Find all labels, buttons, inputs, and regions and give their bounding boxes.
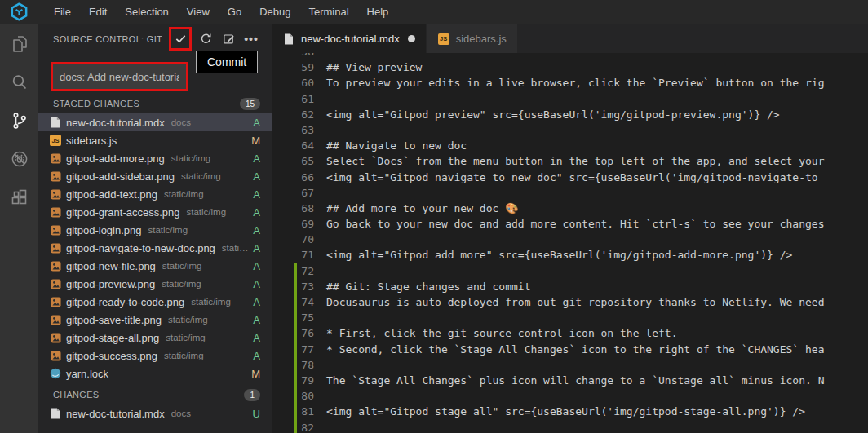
- file-row-new-doc-tutorial-mdx[interactable]: new-doc-tutorial.mdxdocsA: [38, 113, 272, 131]
- explorer-icon[interactable]: [0, 24, 38, 63]
- editor-content[interactable]: 5859## View preview60To preview your edi…: [272, 53, 868, 433]
- file-name: gitpod-preview.png: [66, 278, 155, 290]
- menu-item-file[interactable]: File: [45, 0, 80, 24]
- file-name: gitpod-save-title.png: [66, 314, 162, 326]
- editor-line-62[interactable]: 62<img alt="Gitpod preview" src={useBase…: [272, 107, 868, 122]
- file-path: static/img: [168, 315, 250, 325]
- gutter-added-indicator: [294, 325, 297, 341]
- file-path: static/img: [164, 351, 250, 360]
- line-number: 76: [272, 325, 314, 341]
- menu-item-edit[interactable]: Edit: [80, 0, 116, 24]
- file-row-gitpod-success-png[interactable]: gitpod-success.pngstatic/imgA: [38, 347, 272, 365]
- image-file-icon: [49, 243, 62, 254]
- file-row-new-doc-tutorial-mdx[interactable]: new-doc-tutorial.mdxdocsU: [38, 404, 272, 422]
- menu-item-help[interactable]: Help: [358, 0, 398, 24]
- editor-line-81[interactable]: 81<img alt="Gitpod stage all" src={useBa…: [272, 404, 868, 419]
- editor-line-78[interactable]: 78: [272, 357, 868, 373]
- changes-header[interactable]: CHANGES 1: [38, 387, 272, 403]
- edit-icon[interactable]: [219, 30, 237, 48]
- editor-line-73[interactable]: 73## Git: Stage changes and commit: [272, 279, 868, 294]
- extensions-icon[interactable]: [0, 178, 38, 216]
- editor-line-59[interactable]: 59## View preview: [272, 60, 868, 75]
- line-number: 73: [272, 279, 314, 294]
- file-row-gitpod-add-text-png[interactable]: gitpod-add-text.pngstatic/imgA: [38, 185, 272, 203]
- yarn-icon: [49, 368, 62, 379]
- refresh-button[interactable]: [197, 30, 215, 48]
- menu-item-terminal[interactable]: Terminal: [299, 0, 357, 24]
- editor-line-76[interactable]: 76* First, click the git source control …: [272, 325, 868, 341]
- editor-line-74[interactable]: 74Docusaurus is auto-deployed from out g…: [272, 294, 868, 310]
- editor-line-67[interactable]: 67: [272, 185, 868, 201]
- menu-item-selection[interactable]: Selection: [116, 0, 177, 24]
- menu-item-view[interactable]: View: [178, 0, 219, 24]
- file-name: yarn.lock: [66, 368, 108, 380]
- editor-line-69[interactable]: 69Go back to your new doc and add more c…: [272, 216, 868, 232]
- file-row-gitpod-preview-png[interactable]: gitpod-preview.pngstatic/imgA: [38, 275, 272, 293]
- git-status-letter: A: [250, 170, 260, 183]
- file-row-gitpod-stage-all-png[interactable]: gitpod-stage-all.pngstatic/imgA: [38, 329, 272, 347]
- file-row-gitpod-ready-to-code-png[interactable]: gitpod-ready-to-code.pngstatic/imgA: [38, 293, 272, 311]
- more-actions-button[interactable]: •••: [242, 30, 260, 48]
- file-name: gitpod-grant-access.png: [66, 206, 179, 219]
- gutter-added-indicator: [294, 388, 297, 404]
- source-control-icon[interactable]: [0, 101, 38, 139]
- menu-item-go[interactable]: Go: [219, 0, 250, 24]
- line-text: <img alt="Gitpod navigate to new doc" sr…: [326, 170, 818, 185]
- file-row-gitpod-new-file-png[interactable]: gitpod-new-file.pngstatic/imgA: [38, 257, 272, 275]
- git-status-letter: U: [250, 408, 260, 420]
- editor-line-77[interactable]: 77* Second, click the `Stage All Changes…: [272, 342, 868, 357]
- editor-line-58[interactable]: 58: [272, 53, 868, 60]
- line-text: Select `Docs` from the menu button in th…: [326, 153, 824, 169]
- commit-message-input[interactable]: [53, 64, 186, 89]
- file-row-gitpod-grant-access-png[interactable]: gitpod-grant-access.pngstatic/imgA: [38, 203, 272, 221]
- image-file-icon: [49, 279, 62, 289]
- modified-dot-icon[interactable]: [408, 35, 415, 42]
- gutter-added-indicator: [294, 357, 297, 373]
- tab-sidebars-js[interactable]: JS sidebars.js: [427, 24, 517, 53]
- search-icon[interactable]: [0, 63, 38, 101]
- staged-changes-header[interactable]: STAGED CHANGES 15: [38, 95, 272, 112]
- git-status-letter: A: [250, 242, 260, 254]
- editor-line-80[interactable]: 80: [272, 388, 868, 404]
- editor-line-63[interactable]: 63: [272, 122, 868, 138]
- file-row-yarn-lock[interactable]: yarn.lockM: [38, 365, 272, 382]
- editor-line-70[interactable]: 70: [272, 232, 868, 247]
- git-status-letter: M: [250, 135, 260, 147]
- image-file-icon: [49, 261, 62, 272]
- editor-line-68[interactable]: 68## Add more to your new doc 🎨: [272, 201, 868, 216]
- file-name: gitpod-ready-to-code.png: [66, 296, 184, 308]
- file-row-gitpod-login-png[interactable]: gitpod-login.pngstatic/imgA: [38, 221, 272, 239]
- editor-line-72[interactable]: 72: [272, 263, 868, 279]
- file-path: static/img: [181, 171, 250, 181]
- line-text: The `Stage All Changes` plus icon will c…: [326, 373, 824, 388]
- editor-line-75[interactable]: 75: [272, 310, 868, 325]
- section-label: CHANGES: [53, 390, 244, 400]
- gutter-added-indicator: [294, 420, 297, 433]
- debug-disabled-icon[interactable]: [0, 139, 38, 178]
- file-icon: [282, 33, 295, 45]
- file-name: gitpod-navigate-to-new-doc.png: [66, 242, 215, 254]
- editor-line-82[interactable]: 82: [272, 420, 868, 433]
- editor-line-71[interactable]: 71<img alt="Gitpod add more" src={useBas…: [272, 247, 868, 263]
- file-row-gitpod-add-sidebar-png[interactable]: gitpod-add-sidebar.pngstatic/imgA: [38, 167, 272, 185]
- javascript-icon: JS: [437, 33, 450, 45]
- file-row-sidebars-js[interactable]: JSsidebars.jsM: [38, 131, 272, 149]
- editor-line-65[interactable]: 65Select `Docs` from the menu button in …: [272, 153, 868, 169]
- menu-item-debug[interactable]: Debug: [250, 0, 299, 24]
- line-text: <img alt="Gitpod preview" src={useBaseUr…: [326, 107, 780, 122]
- file-row-gitpod-add-more-png[interactable]: gitpod-add-more.pngstatic/imgA: [38, 149, 272, 167]
- editor-line-66[interactable]: 66<img alt="Gitpod navigate to new doc" …: [272, 170, 868, 185]
- file-path: static/img: [162, 261, 250, 271]
- tab-new-doc-tutorial[interactable]: new-doc-tutorial.mdx: [272, 24, 426, 53]
- file-row-gitpod-save-title-png[interactable]: gitpod-save-title.pngstatic/imgA: [38, 311, 272, 329]
- editor-line-61[interactable]: 61: [272, 91, 868, 107]
- gutter-added-indicator: [294, 263, 297, 279]
- file-path: static/img: [186, 207, 250, 217]
- commit-button[interactable]: [171, 30, 189, 48]
- file-row-gitpod-navigate-to-new-doc-png[interactable]: gitpod-navigate-to-new-doc.pngstatic/img…: [38, 239, 272, 257]
- editor-line-79[interactable]: 79The `Stage All Changes` plus icon will…: [272, 373, 868, 388]
- line-number: 68: [272, 201, 314, 216]
- editor-line-60[interactable]: 60To preview your edits in a live browse…: [272, 75, 868, 91]
- editor-line-64[interactable]: 64## Navigate to new doc: [272, 138, 868, 153]
- file-path: static/img: [166, 333, 250, 342]
